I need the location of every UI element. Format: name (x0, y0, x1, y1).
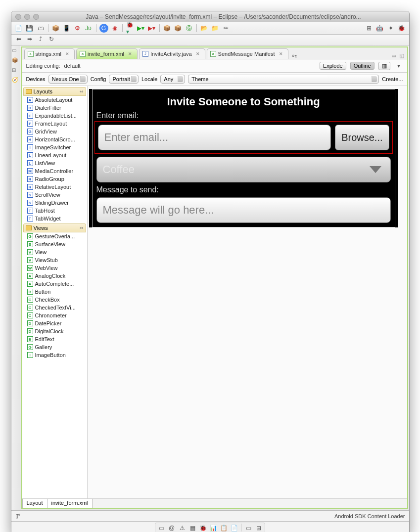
outline-button[interactable]: Outline (350, 62, 374, 70)
palette-item[interactable]: IImageSwitcher (22, 143, 87, 151)
wand-icon[interactable]: ✏ (222, 24, 231, 33)
layouts-drawer[interactable]: Layouts ⇔ (23, 87, 86, 96)
alloc-icon[interactable]: 📋 (219, 524, 228, 532)
palette-item[interactable]: EExpandableList... (22, 112, 87, 120)
type-icon[interactable]: 📦 (174, 24, 183, 33)
tab-xml[interactable]: invite_form.xml (47, 499, 93, 508)
package-icon[interactable]: 📦 (163, 24, 172, 33)
palette-item[interactable]: CCheckBox (22, 296, 87, 304)
menu-icon[interactable]: ▾ (394, 61, 403, 70)
problems-icon[interactable]: ⚠ (178, 524, 187, 532)
heap-icon[interactable]: 📊 (209, 524, 218, 532)
palette-item[interactable]: WWebView (22, 264, 87, 272)
palette-item[interactable]: BButton (22, 288, 87, 296)
status-left-icon[interactable]: ▯° (15, 513, 20, 519)
trim-nav-icon[interactable]: 🧭 (12, 77, 19, 84)
external-icon[interactable]: ▶▾ (147, 24, 156, 33)
close-icon[interactable]: ✕ (128, 51, 132, 56)
analytics-icon[interactable]: ◉ (110, 24, 119, 33)
palette-item[interactable]: SSurfaceView (22, 240, 87, 248)
layout-canvas[interactable]: Invite Someone to Something Enter email:… (89, 89, 398, 227)
close-icon[interactable]: ✕ (196, 51, 200, 56)
palette-item[interactable]: AAutoComplete... (22, 280, 87, 288)
message-field[interactable]: Message will go here... (96, 197, 391, 223)
palette-item[interactable]: DDigitalClock (22, 327, 87, 335)
palette-item[interactable]: SSlidingDrawer (22, 199, 87, 207)
devices-icon[interactable]: ▦ (188, 524, 197, 532)
palette-item[interactable]: EEditText (22, 335, 87, 343)
config-select[interactable]: Portrait (109, 75, 138, 84)
palette-item[interactable]: FFrameLayout (22, 120, 87, 128)
palette-item[interactable]: DDatePicker (22, 319, 87, 327)
close-icon[interactable]: ✕ (65, 51, 69, 56)
outline-icon[interactable]: ▭ (244, 524, 253, 532)
save-all-icon[interactable]: 🗃 (36, 24, 45, 33)
minimize-icon[interactable]: ▭ (391, 52, 396, 59)
palette-item[interactable]: MMediaController (22, 167, 87, 175)
palette-item[interactable]: VViewStub (22, 256, 87, 264)
palette-item[interactable]: VView (22, 248, 87, 256)
editor-tab[interactable]: astrings.xml✕ (24, 48, 75, 59)
bug-icon[interactable]: 🐞 (198, 524, 207, 532)
palette-item[interactable]: LLinearLayout (22, 151, 87, 159)
palette-item[interactable]: IImageButton (22, 351, 87, 359)
palette-item[interactable]: DDialerFilter (22, 104, 87, 112)
tab-layout[interactable]: Layout (22, 499, 47, 508)
palette-item[interactable]: AAbsoluteLayout (22, 96, 87, 104)
folder-icon[interactable]: 📁 (211, 24, 220, 33)
run-icon[interactable]: ▶▾ (137, 24, 145, 33)
back-icon[interactable]: ⬅ (14, 35, 23, 44)
palette-item[interactable]: CChronometer (22, 311, 87, 319)
lint-icon[interactable]: ⚙ (73, 24, 82, 33)
trim-restore-icon[interactable]: ▭ (12, 47, 19, 54)
views-drawer[interactable]: Views ⇔ (23, 223, 86, 232)
collapse-icon[interactable]: ⇔ (80, 89, 84, 94)
locale-select[interactable]: Any (160, 75, 185, 84)
palette-item[interactable]: CCheckedTextVi... (22, 304, 87, 311)
palette-item[interactable]: LListView (22, 159, 87, 167)
palette-item[interactable]: SScrollView (22, 191, 87, 199)
tabs-overflow[interactable]: »₂ (292, 52, 297, 59)
maximize-icon[interactable]: ◱ (399, 52, 404, 59)
at-icon[interactable]: @ (167, 524, 176, 532)
file-icon[interactable]: 📄 (230, 524, 238, 532)
palette-item[interactable]: TTabHost (22, 207, 87, 215)
editor-tab[interactable]: aSendMessage Manifest✕ (207, 48, 288, 59)
zoom-traffic-icon[interactable] (33, 14, 39, 20)
device-select[interactable]: Nexus One (48, 75, 88, 84)
selected-layout-row[interactable]: Enter email... Browse... (94, 121, 393, 154)
canvas-mode-icon[interactable]: ▥ (378, 62, 390, 70)
event-spinner[interactable]: Coffee (96, 157, 391, 182)
trim-hier-icon[interactable]: ⊟ (12, 67, 19, 74)
junit-icon[interactable]: Jυ (84, 24, 93, 33)
close-icon[interactable]: ✕ (279, 51, 283, 56)
palette-item[interactable]: GGestureOverla... (22, 232, 87, 240)
browse-button[interactable]: Browse... (335, 125, 389, 150)
refresh-icon[interactable]: ↻ (47, 35, 56, 44)
minimize-traffic-icon[interactable] (24, 14, 30, 20)
palette-item[interactable]: RRadioGroup (22, 175, 87, 183)
create-button[interactable]: Create... (382, 76, 403, 82)
collapse-icon[interactable]: ⇔ (80, 225, 84, 230)
palette-item[interactable]: AAnalogClock (22, 272, 87, 280)
new-icon[interactable]: 📄 (14, 24, 23, 33)
editor-tab[interactable]: JInviteActivity.java✕ (139, 48, 205, 59)
class-icon[interactable]: Ⓖ (185, 24, 193, 33)
theme-select[interactable]: Theme (188, 75, 379, 84)
sdk-icon[interactable]: 📦 (51, 24, 60, 33)
email-field[interactable]: Enter email... (98, 125, 331, 150)
palette-item[interactable]: GGridView (22, 128, 87, 135)
debug-persp-icon[interactable]: 🐞 (397, 24, 406, 33)
explode-button[interactable]: Explode (320, 62, 346, 70)
trim-pkg-icon[interactable]: 📦 (12, 57, 19, 64)
palette-item[interactable]: HHorizontalScro... (22, 135, 87, 143)
console-icon[interactable]: ▭ (157, 524, 166, 532)
open-icon[interactable]: 📂 (200, 24, 209, 33)
palette-item[interactable]: GGallery (22, 343, 87, 351)
perspective-icon[interactable]: ⊞ (365, 24, 373, 33)
android-icon[interactable]: 🤖 (375, 24, 384, 33)
debug-icon[interactable]: 🐞▾ (126, 24, 135, 33)
search-icon[interactable]: G (99, 24, 108, 33)
palette-item[interactable]: RRelativeLayout (22, 183, 87, 191)
save-icon[interactable]: 💾 (25, 24, 34, 33)
